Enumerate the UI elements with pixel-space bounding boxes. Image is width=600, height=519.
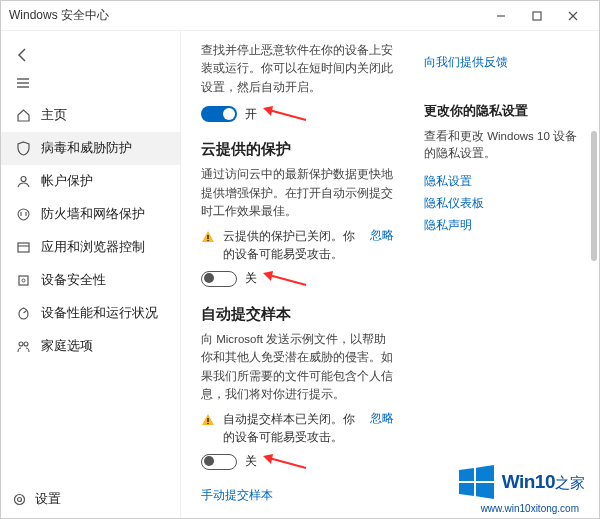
cloud-title: 云提供的保护 [201, 140, 394, 159]
svg-line-12 [23, 311, 26, 313]
window-title: Windows 安全中心 [9, 7, 483, 24]
sidebar-item-virus[interactable]: 病毒和威胁防护 [1, 132, 180, 165]
svg-marker-34 [459, 468, 474, 481]
svg-point-16 [17, 498, 21, 502]
cloud-warning-text: 云提供的保护已关闭。你的设备可能易受攻击。 [223, 228, 362, 263]
cloud-dismiss-link[interactable]: 忽略 [370, 228, 394, 243]
warning-icon [201, 413, 215, 430]
svg-marker-23 [263, 271, 273, 281]
sidebar-item-device-security[interactable]: 设备安全性 [1, 264, 180, 297]
manual-submit-link[interactable]: 手动提交样本 [201, 488, 394, 503]
svg-marker-36 [459, 483, 474, 496]
annotation-arrow-icon [261, 269, 307, 289]
settings-label: 设置 [35, 491, 61, 508]
realtime-toggle[interactable] [201, 106, 237, 122]
watermark-url: www.win10xitong.com [481, 503, 579, 514]
watermark-brand-a: Win10 [502, 471, 555, 492]
svg-rect-1 [533, 12, 541, 20]
privacy-settings-link[interactable]: 隐私设置 [424, 173, 579, 190]
svg-point-11 [22, 279, 25, 282]
family-icon [15, 339, 31, 355]
annotation-arrow-icon [261, 104, 307, 124]
toggle-off-label: 关 [245, 270, 257, 287]
toggle-off-label: 关 [245, 453, 257, 470]
sidebar-settings[interactable]: 设置 [11, 491, 61, 508]
toggle-on-label: 开 [245, 106, 257, 123]
sidebar-item-label: 设备性能和运行状况 [41, 305, 158, 322]
account-icon [15, 174, 31, 190]
sidebar-item-label: 家庭选项 [41, 338, 93, 355]
sidebar-item-performance[interactable]: 设备性能和运行状况 [1, 297, 180, 330]
privacy-dashboard-link[interactable]: 隐私仪表板 [424, 195, 579, 212]
sidebar-item-account[interactable]: 帐户保护 [1, 165, 180, 198]
sidebar-item-firewall[interactable]: 防火墙和网络保护 [1, 198, 180, 231]
privacy-statement-link[interactable]: 隐私声明 [424, 217, 579, 234]
warning-icon [201, 230, 215, 247]
svg-rect-10 [19, 276, 28, 285]
main-content: 查找并停止恶意软件在你的设备上安装或运行。你可以在短时间内关闭此设置，然后自动开… [181, 31, 599, 518]
sidebar: 主页 病毒和威胁防护 帐户保护 防火墙和网络保护 应用和浏览器控制 设备安全性 [1, 31, 181, 518]
scrollbar-thumb[interactable] [591, 131, 597, 261]
watermark-brand-b: 之家 [555, 474, 585, 491]
privacy-side-title: 更改你的隐私设置 [424, 102, 579, 120]
annotation-arrow-icon [261, 452, 307, 472]
svg-marker-37 [476, 483, 494, 499]
svg-point-21 [207, 240, 208, 241]
close-button[interactable] [555, 2, 591, 30]
watermark: Win10之家 [456, 462, 585, 502]
minimize-button[interactable] [483, 2, 519, 30]
sample-toggle[interactable] [201, 454, 237, 470]
home-icon [15, 108, 31, 124]
svg-point-26 [207, 423, 208, 424]
sidebar-item-label: 病毒和威胁防护 [41, 140, 132, 157]
realtime-desc: 查找并停止恶意软件在你的设备上安装或运行。你可以在短时间内关闭此设置，然后自动开… [201, 41, 394, 96]
cloud-toggle[interactable] [201, 271, 237, 287]
cloud-desc: 通过访问云中的最新保护数据更快地提供增强保护。在打开自动示例提交时工作效果最佳。 [201, 165, 394, 220]
privacy-side-desc: 查看和更改 Windows 10 设备的隐私设置。 [424, 128, 579, 163]
svg-point-13 [19, 342, 23, 346]
sidebar-item-family[interactable]: 家庭选项 [1, 330, 180, 363]
svg-marker-35 [476, 465, 494, 481]
sidebar-item-home[interactable]: 主页 [1, 99, 180, 132]
svg-line-17 [269, 110, 306, 120]
sample-title: 自动提交样本 [201, 305, 394, 324]
app-browser-icon [15, 240, 31, 256]
svg-marker-18 [263, 106, 273, 116]
back-button[interactable] [11, 43, 35, 67]
sample-desc: 向 Microsoft 发送示例文件，以帮助你和其他人免受潜在威胁的侵害。如果我… [201, 330, 394, 404]
firewall-icon [15, 207, 31, 223]
svg-line-22 [269, 275, 306, 285]
performance-icon [15, 306, 31, 322]
maximize-button[interactable] [519, 2, 555, 30]
sidebar-item-app-browser[interactable]: 应用和浏览器控制 [1, 231, 180, 264]
sample-dismiss-link[interactable]: 忽略 [370, 411, 394, 426]
device-security-icon [15, 273, 31, 289]
sidebar-item-label: 主页 [41, 107, 67, 124]
sample-warning-text: 自动提交样本已关闭。你的设备可能易受攻击。 [223, 411, 362, 446]
sidebar-item-label: 防火墙和网络保护 [41, 206, 145, 223]
sidebar-item-label: 设备安全性 [41, 272, 106, 289]
shield-icon [15, 141, 31, 157]
svg-line-27 [269, 458, 306, 468]
sidebar-item-label: 帐户保护 [41, 173, 93, 190]
svg-point-7 [21, 177, 26, 182]
feedback-link[interactable]: 向我们提供反馈 [424, 54, 579, 71]
svg-rect-8 [18, 243, 29, 252]
gear-icon [11, 492, 27, 508]
menu-button[interactable] [11, 71, 35, 95]
svg-marker-28 [263, 454, 273, 464]
svg-point-14 [24, 342, 28, 346]
sidebar-item-label: 应用和浏览器控制 [41, 239, 145, 256]
svg-point-15 [14, 495, 24, 505]
windows-logo-icon [456, 462, 496, 502]
